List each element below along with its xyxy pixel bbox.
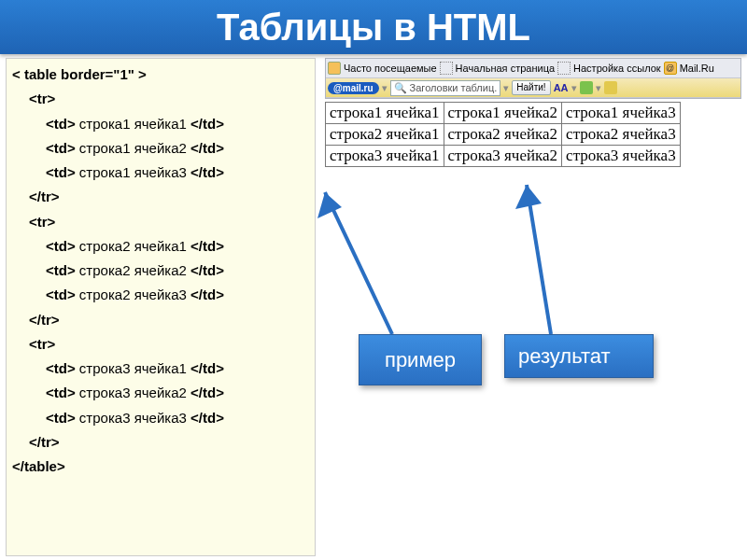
table-cell: строка3 ячейка2 bbox=[444, 146, 562, 167]
search-icon: 🔍 bbox=[394, 82, 407, 93]
code-text: строка1 ячейка3 bbox=[76, 164, 190, 180]
browser-chrome: Часто посещаемые Начальная страница Наст… bbox=[325, 58, 741, 99]
code-text: строка2 ячейка1 bbox=[76, 238, 190, 254]
code-line: <td> bbox=[46, 287, 76, 302]
code-line: < table border="1" > bbox=[12, 66, 147, 82]
dropdown-icon[interactable]: ▾ bbox=[596, 82, 601, 94]
callout-example: пример bbox=[359, 334, 482, 385]
search-text: Заголовки таблиц. bbox=[410, 82, 498, 93]
code-line: </td> bbox=[190, 410, 224, 426]
code-line: </table> bbox=[12, 458, 65, 474]
dropdown-icon[interactable]: ▾ bbox=[571, 82, 577, 94]
star-icon bbox=[328, 62, 341, 75]
mailru-toolbar: @mail.ru ▾ 🔍 Заголовки таблиц. ▾ Найти! … bbox=[326, 78, 740, 98]
result-panel: Часто посещаемые Начальная страница Наст… bbox=[325, 58, 741, 167]
code-example-panel: < table border="1" > <tr> <td> строка1 я… bbox=[6, 58, 316, 556]
bookmark-start[interactable]: Начальная страница bbox=[456, 63, 555, 74]
mail-icon[interactable] bbox=[604, 81, 617, 94]
code-line: </td> bbox=[190, 287, 224, 302]
arrow-example-head bbox=[317, 192, 342, 218]
arrow-result bbox=[527, 185, 551, 334]
table-cell: строка2 ячейка1 bbox=[326, 124, 444, 146]
page-icon bbox=[440, 62, 453, 75]
table-cell: строка2 ячейка2 bbox=[444, 124, 562, 146]
title-bar: Таблицы в HTML bbox=[0, 0, 747, 54]
page-title: Таблицы в HTML bbox=[0, 0, 747, 54]
table-cell: строка1 ячейка1 bbox=[326, 103, 444, 124]
code-line: <tr> bbox=[29, 336, 55, 352]
code-text: строка3 ячейка1 bbox=[76, 360, 190, 376]
code-line: </td> bbox=[190, 262, 224, 278]
find-button[interactable]: Найти! bbox=[512, 80, 550, 95]
code-line: </tr> bbox=[29, 189, 60, 204]
callout-result: результат bbox=[504, 334, 654, 378]
code-line: </td> bbox=[190, 360, 224, 376]
table-cell: строка3 ячейка3 bbox=[562, 146, 681, 167]
code-line: <td> bbox=[46, 360, 76, 376]
arrow-example bbox=[325, 192, 392, 334]
code-line: </td> bbox=[190, 164, 224, 180]
code-line: <td> bbox=[46, 116, 76, 132]
code-line: <tr> bbox=[29, 214, 55, 230]
table-cell: строка3 ячейка1 bbox=[326, 146, 444, 167]
code-line: </td> bbox=[190, 116, 224, 132]
code-text: строка3 ячейка3 bbox=[76, 410, 190, 426]
code-line: </tr> bbox=[29, 312, 60, 328]
code-text: строка2 ячейка2 bbox=[76, 262, 190, 278]
bookmark-mailru[interactable]: Mail.Ru bbox=[680, 63, 714, 74]
table-cell: строка2 ячейка3 bbox=[562, 124, 681, 146]
dropdown-icon[interactable]: ▾ bbox=[382, 82, 388, 94]
bookmarks-bar: Часто посещаемые Начальная страница Наст… bbox=[326, 59, 740, 78]
rendered-table: строка1 ячейка1 строка1 ячейка2 строка1 … bbox=[325, 102, 681, 167]
mailru-icon: @ bbox=[664, 62, 677, 75]
code-line: </tr> bbox=[29, 434, 60, 450]
mailru-badge[interactable]: @mail.ru bbox=[328, 82, 379, 94]
code-line: <td> bbox=[46, 385, 76, 400]
code-line: <td> bbox=[46, 262, 76, 278]
code-line: </td> bbox=[190, 140, 224, 156]
code-line: </td> bbox=[190, 385, 224, 400]
code-line: <td> bbox=[46, 410, 76, 426]
table-row: строка3 ячейка1 строка3 ячейка2 строка3 … bbox=[326, 146, 681, 167]
page-icon bbox=[557, 62, 571, 75]
bookmark-links[interactable]: Настройка ссылок bbox=[573, 63, 661, 74]
dropdown-icon[interactable]: ▾ bbox=[503, 82, 509, 94]
table-row: строка2 ячейка1 строка2 ячейка2 строка2 … bbox=[326, 124, 681, 146]
table-cell: строка1 ячейка3 bbox=[562, 103, 681, 124]
bookmark-frequent[interactable]: Часто посещаемые bbox=[344, 63, 437, 74]
code-line: <td> bbox=[46, 164, 76, 180]
body-area: < table border="1" > <tr> <td> строка1 я… bbox=[0, 54, 747, 560]
table-row: строка1 ячейка1 строка1 ячейка2 строка1 … bbox=[326, 103, 681, 124]
code-line: <td> bbox=[46, 238, 76, 254]
table-cell: строка1 ячейка2 bbox=[444, 103, 562, 124]
code-line: </td> bbox=[190, 238, 224, 254]
arrow-result-head bbox=[515, 185, 542, 209]
search-input[interactable]: 🔍 Заголовки таблиц. bbox=[390, 80, 501, 96]
code-text: строка2 ячейка3 bbox=[76, 287, 190, 302]
code-text: строка1 ячейка2 bbox=[76, 140, 190, 156]
code-text: строка3 ячейка2 bbox=[76, 385, 190, 400]
pencil-icon[interactable] bbox=[580, 81, 593, 94]
code-text: строка1 ячейка1 bbox=[76, 116, 190, 132]
code-line: <td> bbox=[46, 140, 76, 156]
text-size-button[interactable]: AA bbox=[554, 82, 569, 93]
code-line: <tr> bbox=[29, 91, 55, 106]
